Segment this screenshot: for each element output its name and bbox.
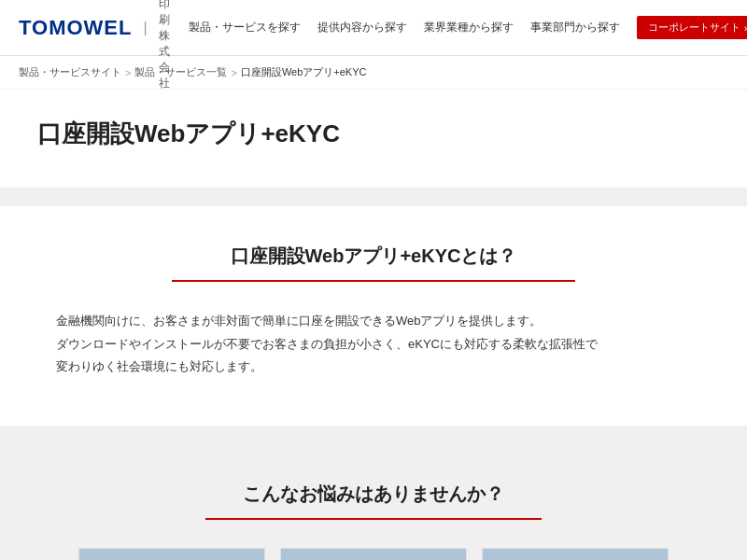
problems-section: こんなお悩みはありませんか？ ? 口座開設の煩わし さで顧客が離脱 ? 社内の状…: [0, 444, 747, 560]
problem-card-3: ? 顧客手続きを電子 化したいが、複数 ベンダーを束ねる: [482, 548, 669, 560]
section-divider-2: [0, 426, 747, 444]
breadcrumb-sep-1: >: [125, 67, 131, 78]
main-nav: 製品・サービスを探す 提供内容から探す 業界業種から探す 事業部門から探す コー…: [189, 16, 747, 39]
breadcrumb-link-2[interactable]: 製品・サービス一覧: [134, 65, 227, 79]
section-title: 口座開設Webアプリ+eKYCとは？: [231, 244, 517, 269]
breadcrumb-sep-2: >: [231, 67, 236, 78]
breadcrumb-current: 口座開設Webアプリ+eKYC: [241, 65, 367, 79]
problem-card-1: ? 口座開設の煩わし さで顧客が離脱: [78, 548, 265, 560]
corporate-site-button[interactable]: コーポレートサイト »: [637, 16, 747, 39]
title-underline: [172, 280, 575, 282]
nav-products[interactable]: 製品・サービスを探す: [189, 20, 301, 35]
breadcrumb-link-1[interactable]: 製品・サービスサイト: [19, 65, 121, 79]
corporate-site-label: コーポレートサイト: [648, 21, 740, 35]
card-image-1: ?: [79, 549, 264, 560]
section-divider-1: [0, 188, 747, 206]
problem-card-2: ? 社内の状況や顧客 ニーズに合わせ て、段階的にDX化: [280, 548, 467, 560]
logo-tomowel[interactable]: TOMOWEL: [19, 16, 132, 40]
corporate-arrow-icon: »: [744, 22, 747, 34]
nav-division[interactable]: 事業部門から探す: [530, 20, 620, 35]
nav-industry[interactable]: 業界業種から探す: [424, 20, 514, 35]
logo-divider: |: [143, 20, 147, 36]
nav-content[interactable]: 提供内容から探す: [317, 20, 407, 35]
section-body: 金融機関向けに、お客さまが非対面で簡単に口座を開設できるWebアプリを提供します…: [56, 310, 691, 379]
page-title: 口座開設Webアプリ+eKYC: [37, 118, 710, 150]
problem-cards-row: ? 口座開設の煩わし さで顧客が離脱 ? 社内の状況や顧客 ニーズに合わせ て、…: [37, 548, 710, 560]
page-title-section: 口座開設Webアプリ+eKYC: [0, 90, 747, 188]
site-header: TOMOWEL | 共同印刷株式会社 製品・サービスを探す 提供内容から探す 業…: [0, 0, 747, 56]
problems-title: こんなお悩みはありませんか？: [37, 482, 710, 507]
body-line-1: 金融機関向けに、お客さまが非対面で簡単に口座を開設できるWebアプリを提供します…: [56, 310, 691, 333]
card-image-3: ?: [483, 549, 668, 560]
card-image-2: ?: [281, 549, 466, 560]
what-is-section: 口座開設Webアプリ+eKYCとは？ 金融機関向けに、お客さまが非対面で簡単に口…: [0, 206, 747, 426]
body-line-2: ダウンロードやインストールが不要でお客さまの負担が小さく、eKYCにも対応する柔…: [56, 333, 691, 357]
problems-title-underline: [205, 518, 542, 520]
body-line-3: 変わりゆく社会環境にも対応します。: [56, 356, 691, 379]
